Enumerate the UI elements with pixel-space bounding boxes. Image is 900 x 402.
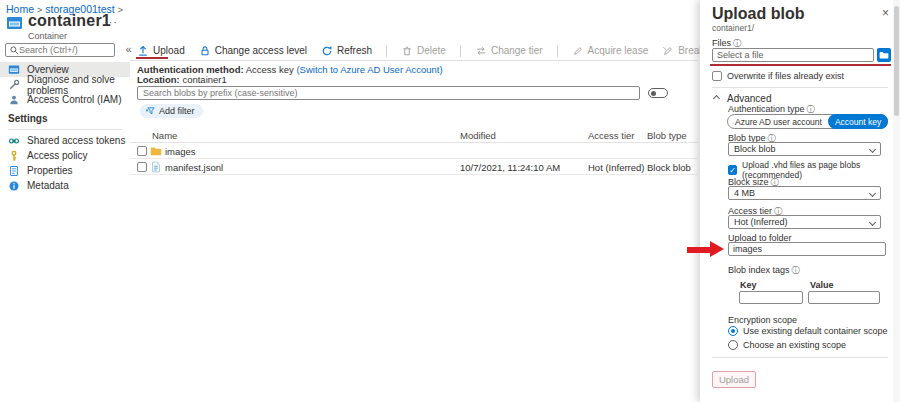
block-size-value: 4 MB: [734, 188, 755, 198]
page-subtitle: Container: [28, 31, 67, 41]
sidebar-item-metadata[interactable]: Metadata: [0, 178, 130, 193]
acquire-lease-button[interactable]: Acquire lease: [572, 45, 649, 57]
show-deleted-toggle[interactable]: [648, 88, 668, 98]
key-icon: [8, 149, 21, 162]
arrow-head: [710, 241, 724, 257]
info-tooltip-icon[interactable]: ⓘ: [792, 266, 800, 275]
toolbar-label: Upload: [153, 45, 185, 56]
blob-name[interactable]: images: [165, 146, 196, 157]
change-tier-button[interactable]: Change tier: [475, 45, 543, 57]
overwrite-checkbox[interactable]: [712, 71, 722, 81]
vhd-checkbox[interactable]: ✓: [728, 165, 737, 175]
panel-title: Upload blob: [712, 5, 804, 23]
folder-open-icon: [879, 50, 889, 60]
scrollbar-thumb[interactable]: [894, 6, 899, 116]
add-filter-label: Add filter: [159, 106, 195, 116]
add-filter-button[interactable]: Add filter: [140, 104, 203, 118]
blob-search-input[interactable]: [138, 88, 618, 98]
pencil-icon: [572, 45, 584, 57]
sidebar-item-label: Shared access tokens: [27, 135, 125, 146]
blob-search-box: [137, 86, 640, 100]
sidebar-section-settings: Settings: [0, 107, 130, 127]
sidebar-item-access-control[interactable]: Access Control (IAM): [0, 92, 130, 107]
toolbar-label: Change tier: [491, 45, 543, 56]
sidebar-item-diagnose[interactable]: Diagnose and solve problems: [0, 77, 130, 92]
radio-unselected[interactable]: [728, 340, 738, 350]
encryption-option-label: Choose an existing scope: [743, 340, 846, 350]
sidebar-item-shared-access-tokens[interactable]: Shared access tokens: [0, 133, 130, 148]
change-access-level-button[interactable]: Change access level: [199, 45, 307, 57]
encryption-option-default[interactable]: Use existing default container scope: [728, 326, 888, 336]
page-title: container1: [28, 12, 111, 30]
overwrite-label: Overwrite if files already exist: [727, 71, 844, 81]
toolbar-separator: [557, 45, 558, 57]
search-icon: [9, 45, 19, 55]
files-annotation-underline: [710, 64, 891, 66]
azure-portal-page: Home>storage001test> container1 ··· Cont…: [0, 0, 900, 402]
annotation-arrow: [687, 241, 725, 258]
table-row[interactable]: images: [130, 143, 697, 159]
column-header-name[interactable]: Name: [152, 130, 177, 141]
table-row[interactable]: manifest.jsonl 10/7/2021, 11:24:10 AM Ho…: [130, 159, 697, 175]
tag-key-input[interactable]: [739, 291, 803, 304]
column-header-blob-type[interactable]: Blob type: [647, 130, 687, 141]
sidebar-search: [5, 43, 115, 57]
blob-type-select[interactable]: Block blob: [728, 142, 881, 156]
panel-scrollbar[interactable]: [893, 0, 900, 402]
row-checkbox[interactable]: [137, 146, 147, 156]
advanced-label: Advanced: [727, 93, 771, 104]
trash-icon: [401, 45, 413, 57]
tags-key-header: Key: [740, 280, 757, 290]
sidebar-collapse-button[interactable]: «: [121, 43, 136, 57]
person-icon: [8, 93, 21, 106]
tag-value-input[interactable]: [808, 291, 880, 304]
container-icon: [8, 63, 21, 76]
sidebar-item-label: Metadata: [27, 180, 69, 191]
info-tooltip-icon[interactable]: ⓘ: [733, 39, 741, 48]
column-header-modified[interactable]: Modified: [460, 130, 496, 141]
chevron-up-icon: [713, 95, 720, 102]
radio-selected[interactable]: [728, 326, 738, 336]
blob-name[interactable]: manifest.jsonl: [165, 162, 223, 173]
access-tier-select[interactable]: Hot (Inferred): [728, 215, 881, 229]
access-tier-value: Hot (Inferred): [734, 217, 788, 227]
file-select-input[interactable]: [712, 48, 874, 62]
location-value: container1: [182, 74, 226, 85]
toolbar-label: Refresh: [337, 45, 372, 56]
folder-icon: [150, 145, 162, 157]
sidebar-item-label: Access Control (IAM): [27, 94, 121, 105]
chevron-down-icon: [869, 145, 876, 152]
encryption-option-label: Use existing default container scope: [743, 326, 888, 336]
browse-files-button[interactable]: [877, 48, 891, 62]
sidebar-menu: Overview Diagnose and solve problems Acc…: [0, 62, 130, 193]
refresh-button[interactable]: Refresh: [321, 45, 372, 57]
encryption-option-existing[interactable]: Choose an existing scope: [728, 340, 846, 350]
close-icon[interactable]: ×: [882, 6, 889, 20]
sidebar-item-access-policy[interactable]: Access policy: [0, 148, 130, 163]
delete-button[interactable]: Delete: [401, 45, 446, 57]
toolbar-separator: [460, 45, 461, 57]
more-options-icon[interactable]: ···: [104, 16, 118, 28]
upload-blob-panel: Upload blob × container1/ Filesⓘ Overwri…: [700, 0, 900, 402]
lock-icon: [199, 45, 211, 57]
sidebar-search-input[interactable]: [19, 45, 105, 55]
toolbar-label: Delete: [417, 45, 446, 56]
row-checkbox[interactable]: [137, 162, 147, 172]
auth-option-account-key[interactable]: Account key: [828, 114, 888, 129]
auth-option-azure-ad[interactable]: Azure AD user account: [728, 117, 828, 127]
main-content: Authentication method: Access key (Switc…: [130, 61, 697, 402]
upload-to-folder-input[interactable]: [728, 242, 886, 256]
blob-modified: 10/7/2021, 11:24:10 AM: [460, 162, 560, 173]
switch-auth-link[interactable]: (Switch to Azure AD User Account): [296, 64, 442, 75]
panel-divider: [712, 87, 888, 88]
sidebar-item-properties[interactable]: Properties: [0, 163, 130, 178]
advanced-section-toggle[interactable]: Advanced: [714, 93, 771, 104]
upload-submit-button[interactable]: Upload: [712, 371, 756, 388]
column-header-access-tier[interactable]: Access tier: [588, 130, 634, 141]
chevron-down-icon: [869, 189, 876, 196]
overwrite-option[interactable]: Overwrite if files already exist: [712, 71, 844, 81]
refresh-icon: [321, 45, 333, 57]
block-size-select[interactable]: 4 MB: [728, 186, 881, 200]
upload-toolbar-button[interactable]: Upload: [137, 45, 185, 57]
info-tooltip-icon[interactable]: ⓘ: [807, 105, 815, 114]
